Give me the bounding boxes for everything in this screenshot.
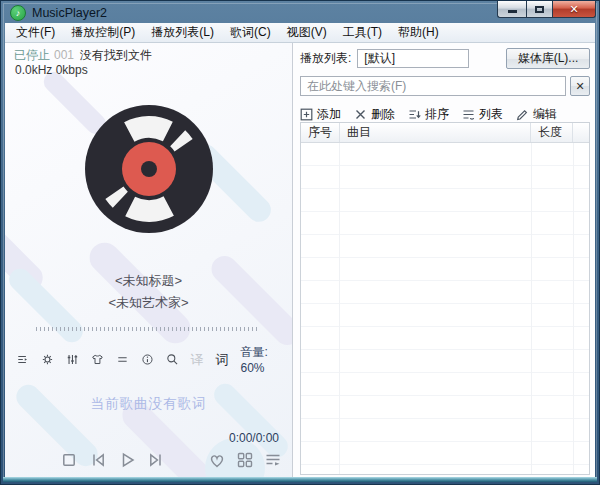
player-panel: 已停止001没有找到文件 0.0kHz 0kbps <未知标题> <未知艺术家> (5, 43, 293, 477)
table-header: 序号 曲目 长度 (301, 123, 589, 143)
previous-button[interactable] (88, 450, 108, 470)
minimize-button[interactable] (497, 1, 526, 18)
translate-lyric-toggle[interactable]: 译 (190, 351, 203, 368)
track-number: 001 (54, 48, 74, 62)
maximize-button[interactable] (526, 1, 553, 18)
column-divider (531, 143, 532, 474)
time-display: 0:00/0:00 (229, 431, 279, 445)
sort-label: 排序 (425, 106, 449, 123)
close-icon: ✕ (569, 3, 578, 16)
favorite-heart-icon[interactable] (207, 450, 227, 470)
add-icon (300, 108, 313, 121)
settings-gear-icon[interactable] (41, 351, 54, 368)
menu-playlist[interactable]: 播放列表(L) (143, 23, 222, 42)
column-header-track[interactable]: 曲目 (340, 123, 531, 142)
next-button[interactable] (146, 450, 166, 470)
media-list-icon[interactable] (16, 351, 29, 368)
column-header-extra (573, 123, 589, 142)
current-playlist-icon[interactable] (263, 450, 283, 470)
delete-icon (354, 108, 367, 121)
delete-label: 删除 (371, 106, 395, 123)
playlist-label: 播放列表: (300, 50, 351, 67)
stream-info: 0.0kHz 0kbps (15, 63, 88, 77)
media-library-button[interactable]: 媒体库(L)... (506, 48, 590, 69)
column-header-length[interactable]: 长度 (531, 123, 573, 142)
window-bottom-frame (3, 477, 597, 482)
desktop-lyric-icon[interactable] (116, 351, 129, 368)
maximize-icon (535, 6, 544, 13)
sort-button[interactable]: 排序 (408, 106, 449, 123)
stop-button[interactable] (59, 450, 79, 470)
album-art-vinyl (79, 99, 219, 239)
progress-bar[interactable] (36, 327, 259, 331)
close-button[interactable]: ✕ (553, 1, 596, 18)
list-label: 列表 (479, 106, 503, 123)
lyric-toggle[interactable]: 词 (215, 351, 228, 368)
menu-file[interactable]: 文件(F) (8, 23, 63, 42)
column-divider (573, 143, 574, 474)
equalizer-icon[interactable] (66, 351, 79, 368)
menu-help[interactable]: 帮助(H) (390, 23, 447, 42)
playback-controls (5, 447, 292, 473)
edit-icon (516, 108, 529, 121)
edit-button[interactable]: 编辑 (516, 106, 557, 123)
info-icon[interactable] (141, 351, 154, 368)
lyric-placeholder: 当前歌曲没有歌词 (5, 395, 292, 413)
menu-lyrics[interactable]: 歌词(C) (222, 23, 279, 42)
status-message: 没有找到文件 (80, 48, 152, 62)
column-header-index[interactable]: 序号 (301, 123, 340, 142)
volume-label[interactable]: 音量: 60% (240, 344, 282, 375)
playlist-toolbar: 添加 删除 排序 (300, 105, 590, 123)
clear-search-button[interactable]: ✕ (570, 76, 590, 96)
play-button[interactable] (117, 450, 137, 470)
list-icon (462, 108, 475, 121)
search-input[interactable] (300, 76, 566, 96)
track-artist: <未知艺术家> (5, 294, 292, 312)
playlist-table: 序号 曲目 长度 (300, 122, 590, 475)
menu-bar: 文件(F) 播放控制(P) 播放列表(L) 歌词(C) 视图(V) 工具(T) … (5, 23, 595, 43)
add-label: 添加 (317, 106, 341, 123)
search-icon[interactable] (166, 351, 179, 368)
window-frame: ♪ MusicPlayer2 ✕ 文件(F) 播放控制(P) 播放列表(L) 歌… (0, 0, 600, 485)
add-button[interactable]: 添加 (300, 106, 341, 123)
column-divider (339, 143, 340, 474)
sort-icon (408, 108, 421, 121)
delete-button[interactable]: 删除 (354, 106, 395, 123)
player-toolbar: 译 词 音量: 60% (16, 349, 282, 369)
menu-tools[interactable]: 工具(T) (335, 23, 390, 42)
bg-capsule (83, 236, 196, 349)
minimize-icon (508, 10, 517, 13)
playback-state: 已停止 (14, 48, 50, 62)
app-body: 文件(F) 播放控制(P) 播放列表(L) 歌词(C) 视图(V) 工具(T) … (5, 23, 595, 477)
app-icon: ♪ (10, 5, 26, 21)
status-line: 已停止001没有找到文件 (14, 47, 152, 64)
menu-playback-control[interactable]: 播放控制(P) (63, 23, 143, 42)
track-title: <未知标题> (5, 272, 292, 290)
playlist-select[interactable]: [默认] (357, 49, 469, 68)
window-title: MusicPlayer2 (32, 6, 107, 20)
list-button[interactable]: 列表 (462, 106, 503, 123)
playlist-panel: 播放列表: [默认] 媒体库(L)... ✕ 添加 (293, 43, 595, 477)
edit-label: 编辑 (533, 106, 557, 123)
table-body[interactable] (301, 143, 589, 474)
caption-buttons: ✕ (497, 1, 596, 18)
media-library-grid-icon[interactable] (235, 450, 255, 470)
skin-tshirt-icon[interactable] (91, 351, 104, 368)
menu-view[interactable]: 视图(V) (279, 23, 335, 42)
